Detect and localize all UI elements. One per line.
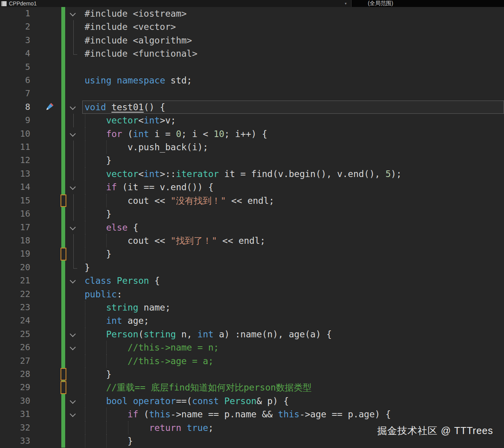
code-line[interactable]: 25 Person(string n, int a) :name(n), age…	[0, 328, 504, 341]
fold-column[interactable]	[65, 288, 82, 301]
line-number[interactable]: 16	[0, 207, 30, 221]
code-content[interactable]: #include <algorithm>	[82, 34, 504, 47]
code-line[interactable]: 21class Person {	[0, 274, 504, 287]
code-content[interactable]: vector<int>v;	[82, 114, 504, 127]
git-change-indicator[interactable]	[61, 421, 65, 434]
code-line[interactable]: 29 //重载== 底层find知道如何对比person数据类型	[0, 381, 504, 394]
fold-column[interactable]	[65, 154, 82, 167]
code-content[interactable]: cout << "找到了！" << endl;	[82, 234, 504, 247]
git-change-indicator[interactable]	[61, 181, 65, 194]
line-number[interactable]: 18	[0, 234, 30, 247]
code-line[interactable]: 8void test01() {	[0, 101, 504, 114]
chevron-down-icon[interactable]	[70, 10, 76, 17]
code-content[interactable]: }	[82, 368, 504, 381]
code-content[interactable]: public:	[82, 288, 504, 301]
fold-column[interactable]	[65, 394, 82, 408]
fold-column[interactable]	[65, 301, 82, 314]
code-line[interactable]: 23 string name;	[0, 301, 504, 314]
chevron-down-icon[interactable]	[70, 344, 76, 351]
fold-column[interactable]	[65, 328, 82, 341]
code-content[interactable]: using namespace std;	[82, 74, 504, 87]
fold-column[interactable]	[65, 234, 82, 247]
git-change-indicator[interactable]	[61, 207, 65, 221]
line-number[interactable]: 21	[0, 274, 30, 287]
code-content[interactable]: cout << "没有找到！" << endl;	[82, 194, 504, 207]
line-number[interactable]: 25	[0, 328, 30, 341]
git-change-indicator[interactable]	[61, 341, 65, 354]
line-number[interactable]: 6	[0, 74, 30, 87]
line-number[interactable]: 13	[0, 167, 30, 181]
fold-column[interactable]	[65, 261, 82, 274]
code-line[interactable]: 6using namespace std;	[0, 74, 504, 87]
line-number[interactable]: 10	[0, 127, 30, 141]
git-change-indicator[interactable]	[61, 234, 65, 247]
code-content[interactable]: }	[82, 154, 504, 167]
fold-column[interactable]	[65, 368, 82, 381]
code-line[interactable]: 5	[0, 61, 504, 74]
fold-column[interactable]	[65, 341, 82, 354]
project-dropdown[interactable]: CPPdemo1 ▼	[0, 0, 351, 7]
fold-column[interactable]	[65, 314, 82, 327]
code-line[interactable]: 13 vector<int>::iterator it = find(v.beg…	[0, 167, 504, 181]
fold-column[interactable]	[65, 74, 82, 87]
git-change-indicator[interactable]	[61, 354, 65, 368]
code-content[interactable]: for (int i = 0; i < 10; i++) {	[82, 127, 504, 141]
code-content[interactable]: }	[82, 247, 504, 260]
code-content[interactable]: //重载== 底层find知道如何对比person数据类型	[82, 381, 504, 394]
chevron-down-icon[interactable]	[70, 278, 76, 284]
line-number[interactable]: 24	[0, 314, 30, 327]
code-line[interactable]: 20}	[0, 261, 504, 274]
line-number[interactable]: 2	[0, 20, 30, 33]
line-number[interactable]: 7	[0, 87, 30, 100]
git-change-indicator[interactable]	[61, 274, 65, 287]
line-number[interactable]: 26	[0, 341, 30, 354]
code-line[interactable]: 3#include <algorithm>	[0, 34, 504, 47]
chevron-down-icon[interactable]	[70, 130, 76, 137]
git-change-indicator[interactable]	[61, 368, 65, 381]
fold-column[interactable]	[65, 207, 82, 221]
chevron-down-icon[interactable]	[70, 411, 76, 417]
chevron-down-icon[interactable]	[70, 224, 76, 230]
git-change-indicator[interactable]	[61, 314, 65, 327]
code-line[interactable]: 19 }	[0, 247, 504, 260]
fold-column[interactable]	[65, 87, 82, 100]
code-content[interactable]: }	[82, 261, 504, 274]
code-line[interactable]: 2#include <vector>	[0, 20, 504, 33]
git-change-indicator[interactable]	[61, 288, 65, 301]
code-line[interactable]: 30 bool operator==(const Person& p) {	[0, 394, 504, 408]
code-line[interactable]: 12 }	[0, 154, 504, 167]
code-line[interactable]: 7	[0, 87, 504, 100]
code-line[interactable]: 31 if (this->name == p.name && this->age…	[0, 408, 504, 421]
fold-column[interactable]	[65, 101, 82, 114]
code-line[interactable]: 27 //this->age = a;	[0, 354, 504, 368]
code-line[interactable]: 4#include <functional>	[0, 47, 504, 60]
code-line[interactable]: 9 vector<int>v;	[0, 114, 504, 127]
fold-column[interactable]	[65, 167, 82, 181]
git-change-indicator[interactable]	[61, 61, 65, 74]
git-change-indicator[interactable]	[61, 87, 65, 100]
line-number[interactable]: 3	[0, 34, 30, 47]
line-number[interactable]: 33	[0, 434, 30, 448]
git-change-indicator[interactable]	[61, 7, 65, 20]
git-change-indicator[interactable]	[61, 261, 65, 274]
git-change-indicator[interactable]	[61, 114, 65, 127]
line-number[interactable]: 23	[0, 301, 30, 314]
code-line[interactable]: 24 int age;	[0, 314, 504, 327]
fold-column[interactable]	[65, 354, 82, 368]
git-change-indicator[interactable]	[61, 328, 65, 341]
line-number[interactable]: 32	[0, 421, 30, 434]
chevron-down-icon[interactable]	[70, 398, 76, 404]
fold-column[interactable]	[65, 408, 82, 421]
line-number[interactable]: 27	[0, 354, 30, 368]
git-change-indicator[interactable]	[61, 194, 65, 207]
line-number[interactable]: 17	[0, 221, 30, 234]
fold-column[interactable]	[65, 194, 82, 207]
git-change-indicator[interactable]	[61, 434, 65, 448]
fold-column[interactable]	[65, 181, 82, 194]
code-content[interactable]: if (this->name == p.name && this->age ==…	[82, 408, 504, 421]
code-content[interactable]: v.push_back(i);	[82, 141, 504, 154]
fold-column[interactable]	[65, 381, 82, 394]
fold-column[interactable]	[65, 7, 82, 20]
code-line[interactable]: 11 v.push_back(i);	[0, 141, 504, 154]
line-number[interactable]: 8	[0, 101, 30, 114]
